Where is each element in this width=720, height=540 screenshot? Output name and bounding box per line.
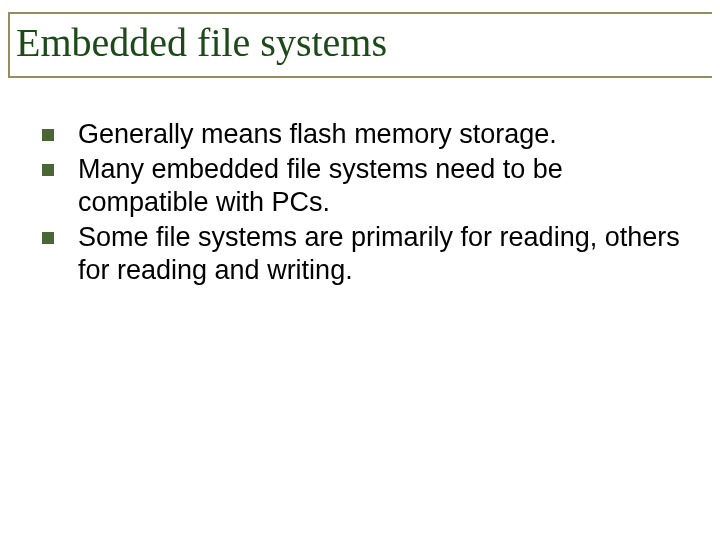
- bullet-text: Generally means flash memory storage.: [78, 118, 557, 151]
- square-bullet-icon: [42, 164, 54, 176]
- list-item: Many embedded file systems need to be co…: [42, 153, 680, 219]
- list-item: Generally means flash memory storage.: [42, 118, 680, 151]
- bullet-text: Some file systems are primarily for read…: [78, 221, 680, 287]
- content-region: Generally means flash memory storage. Ma…: [0, 78, 720, 287]
- square-bullet-icon: [42, 129, 54, 141]
- list-item: Some file systems are primarily for read…: [42, 221, 680, 287]
- title-region: Embedded file systems: [8, 12, 712, 78]
- bullet-text: Many embedded file systems need to be co…: [78, 153, 680, 219]
- square-bullet-icon: [42, 232, 54, 244]
- slide-frame: Embedded file systems Generally means fl…: [0, 0, 720, 540]
- slide-title: Embedded file systems: [16, 22, 712, 64]
- bullet-list: Generally means flash memory storage. Ma…: [42, 118, 680, 287]
